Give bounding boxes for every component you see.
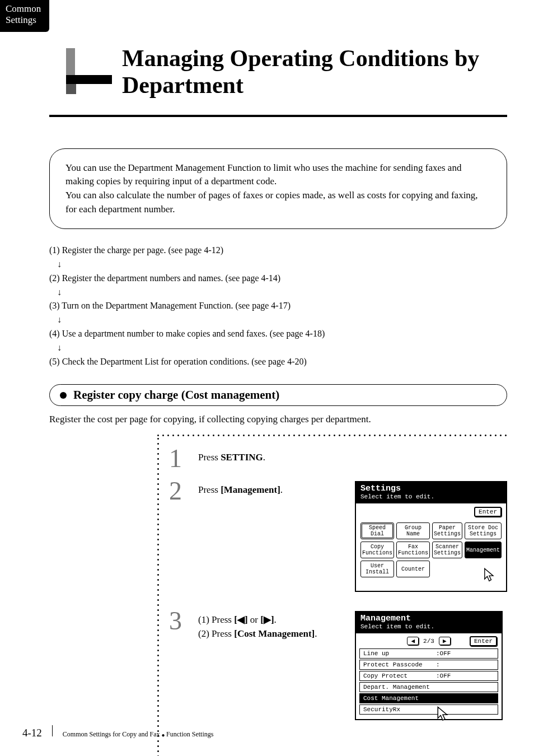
management-screen: Management Select item to edit. ◀ 2/3 ▶ … [355,611,503,720]
counter-button[interactable]: Counter [396,561,430,577]
user-install-button[interactable]: User Install [360,561,394,577]
copy-functions-button[interactable]: Copy Functions [360,542,394,558]
section-intro: Register the cost per page for copying, … [49,414,507,425]
settings-button-grid: Speed Dial Group Name Paper Settings Sto… [360,522,502,577]
scanner-settings-button[interactable]: Scanner Settings [432,542,462,558]
list-item[interactable]: Depart. Management [359,682,498,692]
fax-functions-button[interactable]: Fax Functions [396,542,430,558]
list-item[interactable]: SecurityRx [359,704,498,715]
page-title: Managing Operating Conditions by Departm… [122,45,507,99]
step-number: 2 [169,481,198,502]
management-list: Line up :OFF Protect Passcode : Copy Pro… [356,648,502,715]
step-number: 1 [169,449,198,469]
list-item[interactable]: Protect Passcode : [359,660,498,670]
page-indicator: 2/3 [423,638,434,645]
store-doc-settings-button[interactable]: Store Doc Settings [465,522,502,539]
settings-screen: Settings Select item to edit. Enter Spee… [355,481,507,592]
outline-arrow: ↓ [49,313,507,327]
screen-title-text: Management [360,614,411,623]
speed-dial-button[interactable]: Speed Dial [360,522,394,539]
screen-subtitle-text: Select item to edit. [360,623,497,630]
steps-area: 1 Press SETTING. 2 Press [Management]. S… [156,430,507,756]
list-item[interactable]: Copy Protect :OFF [359,671,498,681]
outline-item: (2) Register the department numbers and … [49,272,507,286]
screen-subtitle-text: Select item to edit. [360,493,502,500]
corner-icon [66,48,112,94]
enter-button[interactable]: Enter [474,507,502,517]
outline-arrow: ↓ [49,341,507,355]
outline-arrow: ↓ [49,258,507,272]
step-number: 3 [169,611,198,632]
list-item[interactable]: Line up :OFF [359,648,498,659]
bullet-icon: ● [162,732,167,738]
outline-arrow: ↓ [49,286,507,300]
group-name-button[interactable]: Group Name [396,522,430,539]
pointer-icon [481,567,497,583]
step-text: Press [Management]. [198,481,355,497]
tab-line-2: Settings [6,15,36,25]
title-block: Managing Operating Conditions by Departm… [66,45,507,99]
outline-item: (5) Check the Department List for operat… [49,355,507,369]
paper-settings-button[interactable]: Paper Settings [432,522,462,539]
outline-item: (3) Turn on the Department Management Fu… [49,299,507,313]
list-item-selected[interactable]: Cost Management [359,693,498,703]
step-2: 2 Press [Management]. Settings Select it… [156,481,507,592]
step-text: Press SETTING. [198,449,355,465]
enter-button[interactable]: Enter [470,636,497,646]
outline-item: (4) Use a department number to make copi… [49,327,507,341]
footer-text: Common Settings for Copy and Fax ● Funct… [63,730,214,739]
prev-button[interactable]: ◀ [407,637,419,645]
screen-titlebar: Settings Select item to edit. [356,482,506,503]
pager-row: ◀ 2/3 ▶ Enter [356,633,502,647]
page-number: 4-12 [22,727,42,739]
intro-text: You can use the Department Management Fu… [65,162,478,214]
side-tab: Common Settings [0,0,49,32]
intro-box: You can use the Department Management Fu… [49,148,507,230]
step-3: 3 (1) Press [◀] or [▶]. (2) Press [Cost … [156,611,507,720]
bullet-icon [60,392,67,399]
step-text: (1) Press [◀] or [▶]. (2) Press [Cost Ma… [198,611,355,641]
divider [49,115,507,117]
page-content: Managing Operating Conditions by Departm… [0,0,534,756]
page-footer: 4-12 Common Settings for Copy and Fax ● … [22,725,213,739]
outline-list: (1) Register the charge per page. (see p… [49,244,507,368]
screen-titlebar: Management Select item to edit. [356,612,502,633]
pointer-icon [434,706,451,722]
step-1: 1 Press SETTING. [156,449,507,471]
section-heading-text: Register copy charge (Cost management) [73,388,279,402]
section-heading: Register copy charge (Cost management) [49,384,507,406]
outline-item: (1) Register the charge per page. (see p… [49,244,507,258]
tab-line-1: Common [6,3,41,14]
next-button[interactable]: ▶ [439,637,451,645]
screen-title-text: Settings [360,484,401,493]
management-button[interactable]: Management [465,542,502,558]
